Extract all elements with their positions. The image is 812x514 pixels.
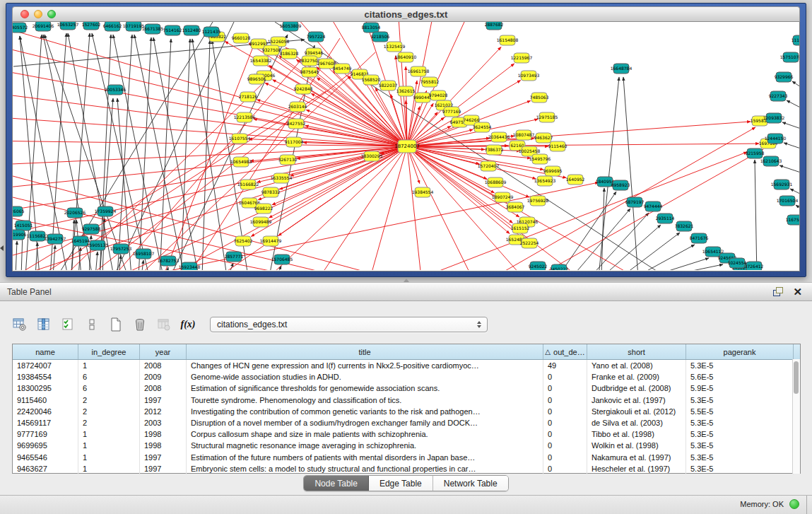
table-settings-icon[interactable] (12, 317, 28, 332)
column-header-out-de-[interactable]: △out_de… (543, 344, 587, 359)
graph-node[interactable]: 16053809 (280, 22, 302, 31)
graph-edge[interactable] (407, 146, 488, 270)
graph-node[interactable]: 15923448 (179, 262, 201, 270)
graph-node[interactable]: 17016504 (777, 196, 799, 206)
graph-node[interactable]: 1024554 (728, 258, 747, 268)
rows-icon[interactable] (84, 317, 100, 332)
graph-node[interactable]: 9227343 (769, 91, 788, 101)
graph-node[interactable]: 12215967 (511, 53, 533, 63)
table-cell[interactable]: 9699695 (13, 440, 78, 451)
column-header-name[interactable]: name (13, 344, 78, 359)
graph-edge[interactable] (361, 146, 407, 270)
graph-node[interactable]: 10653257 (57, 22, 79, 30)
graph-node[interactable]: 9777169 (442, 107, 461, 117)
graph-node[interactable]: 12444150 (765, 134, 787, 144)
graph-node[interactable]: 9699695 (543, 166, 563, 176)
graph-node[interactable]: 9896506 (247, 74, 266, 84)
graph-node[interactable]: 6879197 (625, 197, 645, 207)
table-cell[interactable]: 1 (78, 463, 140, 474)
table-cell[interactable]: 2008 (140, 382, 187, 394)
graph-node[interactable]: 10688609 (485, 177, 507, 187)
splitter-collapse-arrow[interactable] (0, 245, 4, 251)
graph-edge[interactable] (13, 91, 407, 146)
graph-edge[interactable] (278, 146, 407, 236)
table-cell[interactable]: 2 (78, 395, 140, 406)
graph-node[interactable]: 2718126 (239, 92, 258, 102)
table-cell[interactable]: 1 (78, 452, 140, 463)
graph-node[interactable]: 16958107 (133, 249, 155, 259)
graph-node[interactable]: 3267130 (278, 155, 298, 165)
graph-edge[interactable] (396, 22, 407, 146)
table-row[interactable]: 946554611997Estimation of the future num… (13, 452, 800, 463)
table-cell[interactable]: 5.6E-5 (686, 371, 794, 382)
network-table-select[interactable]: citations_edges.txt (210, 317, 488, 332)
graph-node[interactable]: 10654983 (230, 157, 252, 167)
graph-node[interactable]: 9297588 (82, 224, 101, 234)
table-row[interactable]: 1938455462009Genome-wide association stu… (13, 371, 800, 382)
graph-node[interactable]: 7514162 (163, 25, 182, 35)
float-panel-icon[interactable] (773, 287, 783, 296)
table-cell[interactable]: Investigating the contribution of common… (187, 406, 543, 417)
graph-node[interactable]: 7485063 (530, 93, 549, 103)
table-cell[interactable]: 0 (543, 395, 587, 406)
graph-node[interactable]: 20206526 (64, 208, 86, 218)
close-panel-icon[interactable]: ✕ (793, 287, 802, 296)
column-header-short[interactable]: short (587, 344, 686, 359)
graph-node[interactable]: 17359924 (95, 206, 117, 216)
graph-node[interactable]: 9245022 (529, 262, 548, 270)
graph-node[interactable]: 9115460 (548, 141, 567, 151)
graph-edge[interactable] (113, 35, 163, 270)
table-cell[interactable]: Estimation of the future numbers of pati… (187, 452, 543, 463)
graph-node[interactable]: 8813054 (362, 23, 381, 33)
graph-node[interactable]: 2935114 (656, 214, 675, 223)
graph-node[interactable]: 16335554 (271, 173, 293, 183)
graph-node[interactable]: 17957253 (110, 244, 132, 254)
graph-node[interactable]: 18724007 (394, 140, 420, 153)
graph-node[interactable]: 16671385 (142, 24, 164, 34)
graph-node[interactable]: 2526065 (13, 206, 25, 216)
table-cell[interactable]: 0 (543, 417, 587, 428)
table-cell[interactable]: 6 (78, 382, 140, 394)
table-cell[interactable]: 2003 (140, 417, 187, 428)
row-selection-mode-icon[interactable] (60, 317, 76, 332)
graph-edge[interactable] (16, 241, 17, 270)
graph-node[interactable]: 7386372 (485, 145, 504, 155)
table-cell[interactable]: Embryonic stem cells: a model to study s… (187, 463, 543, 474)
graph-node[interactable]: 3726412 (745, 262, 764, 270)
tab-network-table[interactable]: Network Table (433, 476, 508, 491)
graph-node[interactable]: 9327508 (262, 45, 281, 55)
table-cell[interactable]: 18300295 (13, 382, 78, 394)
graph-node[interactable]: 18907249 (492, 192, 514, 202)
table-cell[interactable]: Corpus callosum shape and size in male p… (187, 428, 543, 440)
table-row[interactable]: 946362711997Embryonic stem cells: a mode… (13, 463, 800, 474)
graph-node[interactable]: 9242848 (294, 84, 313, 94)
table-cell[interactable]: 2012 (140, 406, 187, 417)
table-cell[interactable]: 5.3E-5 (686, 417, 794, 428)
graph-node[interactable]: 7957224 (307, 32, 326, 42)
table-cell[interactable]: 5.9E-5 (686, 382, 794, 394)
graph-node[interactable]: 1527602 (82, 22, 101, 30)
graph-node[interactable]: 16154808 (497, 35, 519, 45)
table-cell[interactable]: 1 (78, 440, 140, 451)
delete-table-icon[interactable] (132, 317, 148, 332)
graph-node[interactable]: 8454749 (333, 64, 352, 74)
graph-node[interactable]: 1415051 (14, 221, 33, 230)
table-cell[interactable]: 5.3E-5 (686, 440, 794, 451)
graph-node[interactable]: 1568520 (362, 75, 381, 85)
table-cell[interactable]: 1998 (140, 440, 187, 451)
table-cell[interactable]: 0 (543, 452, 587, 463)
graph-node[interactable]: 2887682 (485, 22, 504, 30)
graph-node[interactable]: 18300295 (361, 151, 383, 161)
table-cell[interactable]: 1997 (140, 452, 187, 463)
table-cell[interactable]: 0 (543, 382, 587, 394)
table-cell[interactable]: 6 (78, 371, 140, 382)
graph-node[interactable]: 7955812 (420, 77, 440, 87)
table-cell[interactable]: 2009 (140, 371, 187, 382)
graph-node[interactable]: 2405572 (13, 23, 28, 33)
graph-node[interactable]: 2450222 (550, 264, 569, 270)
table-cell[interactable]: 0 (543, 371, 587, 382)
graph-node[interactable]: 20691406 (33, 22, 54, 31)
graph-node[interactable]: 1615152 (511, 223, 530, 233)
graph-node[interactable]: 16961758 (408, 66, 430, 76)
graph-edge[interactable] (782, 122, 800, 131)
